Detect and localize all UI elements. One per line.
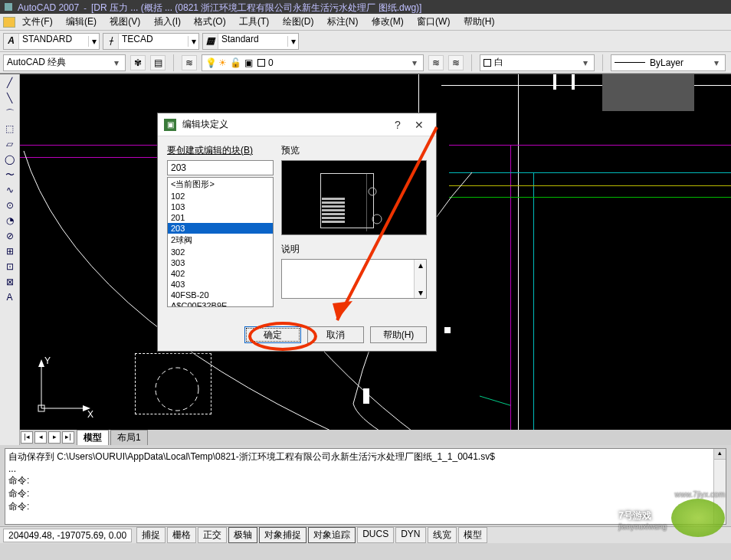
draw-tool-12[interactable]: ⊡ <box>2 260 18 273</box>
block-name-input[interactable] <box>167 160 274 175</box>
chevron-down-icon[interactable]: ▾ <box>409 57 420 68</box>
list-item[interactable]: 201 <box>168 212 273 223</box>
scrollbar[interactable]: ▴ <box>713 449 726 524</box>
draw-tool-4[interactable]: ▱ <box>2 137 18 151</box>
text-style-icon: A <box>4 34 19 49</box>
tab-prev-icon[interactable]: ◂ <box>34 431 47 444</box>
cancel-button[interactable]: 取消 <box>307 326 364 343</box>
menu-modify[interactable]: 修改(M) <box>372 16 404 27</box>
properties-toolbar: AutoCAD 经典 ▾ ✾ ▤ ≋ 💡 ☀ 🔓 ▣ 0 ▾ ≋ ≋ 白 ▾ B… <box>0 52 731 74</box>
tab-model[interactable]: 模型 <box>77 430 109 446</box>
app-titlebar: AutoCAD 2007 - [DR 压力 ... (概括 ... (0821 … <box>0 0 731 14</box>
draw-tool-13[interactable]: ⊠ <box>2 275 18 289</box>
list-item[interactable]: 302 <box>168 247 273 257</box>
tab-last-icon[interactable]: ▸| <box>62 431 74 444</box>
scroll-up-icon[interactable]: ▴ <box>418 260 423 270</box>
workspace-combo[interactable]: AutoCAD 经典 ▾ <box>3 54 126 71</box>
menu-help[interactable]: 帮助(H) <box>464 16 495 27</box>
status-toggle-栅格[interactable]: 栅格 <box>167 527 196 543</box>
tab-layout1[interactable]: 布局1 <box>110 430 148 446</box>
list-item[interactable]: 103 <box>168 201 273 212</box>
tab-first-icon[interactable]: |◂ <box>21 431 33 444</box>
workspace-value: AutoCAD 经典 <box>7 56 66 69</box>
draw-tool-5[interactable]: ◯ <box>2 152 18 166</box>
menu-window[interactable]: 窗口(W) <box>417 16 450 27</box>
layer-combo[interactable]: 💡 ☀ 🔓 ▣ 0 ▾ <box>202 54 424 71</box>
list-item[interactable]: 402 <box>168 268 273 279</box>
status-toggle-模型[interactable]: 模型 <box>458 527 487 543</box>
table-style-value: Standard <box>218 34 287 49</box>
dim-style-combo[interactable]: ⟊ TECAD ▾ <box>103 33 199 50</box>
menu-format[interactable]: 格式(O) <box>194 16 225 27</box>
text-style-combo[interactable]: A STANDARD ▾ <box>3 33 100 50</box>
dialog-title: 编辑块定义 <box>182 118 228 131</box>
status-toggle-捕捉[interactable]: 捕捉 <box>136 527 166 543</box>
list-item[interactable]: A$C00F32B9E <box>168 300 273 307</box>
workspace-save-icon[interactable]: ▤ <box>150 55 166 70</box>
block-listbox[interactable]: <当前图形>1021032012032球阀30230340240340FSB-2… <box>167 177 274 307</box>
ok-button[interactable]: 确定 <box>244 326 301 343</box>
draw-tool-10[interactable]: ⊘ <box>2 229 18 243</box>
help-button[interactable]: 帮助(H) <box>370 326 427 343</box>
list-item[interactable]: <当前图形> <box>168 178 273 191</box>
lineweight-combo[interactable]: ByLayer ▾ <box>611 54 726 71</box>
close-icon[interactable]: ✕ <box>408 119 430 131</box>
cmd-line: 命令: <box>8 500 723 513</box>
layer-states-icon[interactable]: ≋ <box>448 55 464 70</box>
draw-tool-14[interactable]: A <box>2 290 18 304</box>
chevron-down-icon[interactable]: ▾ <box>580 57 591 68</box>
menu-insert[interactable]: 插入(I) <box>154 16 181 27</box>
status-toggle-DUCS[interactable]: DUCS <box>357 527 394 543</box>
block-name-label: 要创建或编辑的块(B) <box>167 144 274 157</box>
layer-prev-icon[interactable]: ≋ <box>428 55 444 70</box>
chevron-down-icon[interactable]: ▾ <box>188 36 198 47</box>
table-style-icon: ▦ <box>203 34 218 49</box>
dialog-titlebar[interactable]: ▣ 编辑块定义 ? ✕ <box>158 113 436 136</box>
draw-tool-8[interactable]: ⊙ <box>2 198 18 212</box>
list-item[interactable]: 40FSB-20 <box>168 290 273 300</box>
list-item[interactable]: 102 <box>168 191 273 201</box>
coords-readout: 204049.48, -197075.69, 0.00 <box>3 529 132 542</box>
chevron-down-icon[interactable]: ▾ <box>88 36 99 47</box>
status-toggle-正交[interactable]: 正交 <box>198 527 227 543</box>
color-value: 白 <box>494 56 503 69</box>
menu-dimension[interactable]: 标注(N) <box>327 16 359 27</box>
draw-tool-3[interactable]: ⬚ <box>2 122 18 136</box>
scroll-up-icon[interactable]: ▴ <box>714 449 726 460</box>
plot-icon: ▣ <box>244 57 253 68</box>
help-icon[interactable]: ? <box>387 119 408 131</box>
description-box[interactable]: ▴▾ <box>281 259 427 299</box>
menu-tools[interactable]: 工具(T) <box>239 16 269 27</box>
status-toggle-线宽[interactable]: 线宽 <box>428 527 457 543</box>
menu-edit[interactable]: 编辑(E) <box>66 16 97 27</box>
draw-tool-1[interactable]: ╲ <box>2 91 18 105</box>
layers-icon[interactable]: ≋ <box>182 55 197 70</box>
status-toggle-对象追踪[interactable]: 对象追踪 <box>308 527 356 543</box>
draw-tool-9[interactable]: ◔ <box>2 214 18 228</box>
menu-view[interactable]: 视图(V) <box>110 16 140 27</box>
status-toggle-极轴[interactable]: 极轴 <box>228 527 257 543</box>
color-combo[interactable]: 白 ▾ <box>480 54 595 71</box>
list-item[interactable]: 303 <box>168 257 273 268</box>
list-item[interactable]: 203 <box>168 223 273 234</box>
workspace-settings-icon[interactable]: ✾ <box>130 55 146 70</box>
chevron-down-icon[interactable]: ▾ <box>111 57 122 68</box>
menu-file[interactable]: 文件(F) <box>22 16 52 27</box>
draw-tool-2[interactable]: ⌒ <box>2 106 18 120</box>
draw-tool-11[interactable]: ⊞ <box>2 244 18 258</box>
table-style-combo[interactable]: ▦ Standard ▾ <box>202 33 299 50</box>
draw-tool-6[interactable]: 〜 <box>2 168 18 182</box>
scrollbar[interactable]: ▴▾ <box>414 260 426 298</box>
draw-tool-0[interactable]: ╱ <box>2 76 18 90</box>
status-toggle-DYN[interactable]: DYN <box>395 527 425 543</box>
status-toggle-对象捕捉[interactable]: 对象捕捉 <box>259 527 306 543</box>
list-item[interactable]: 403 <box>168 279 273 290</box>
menu-draw[interactable]: 绘图(D) <box>283 16 314 27</box>
draw-tool-7[interactable]: ∿ <box>2 183 18 197</box>
chevron-down-icon[interactable]: ▾ <box>287 36 298 47</box>
scroll-down-icon[interactable]: ▾ <box>418 287 423 298</box>
list-item[interactable]: 2球阀 <box>168 234 273 247</box>
command-panel[interactable]: 自动保存到 C:\Users\OURUI\AppData\Local\Temp\… <box>5 448 726 525</box>
tab-next-icon[interactable]: ▸ <box>48 431 61 444</box>
chevron-down-icon[interactable]: ▾ <box>711 57 722 68</box>
